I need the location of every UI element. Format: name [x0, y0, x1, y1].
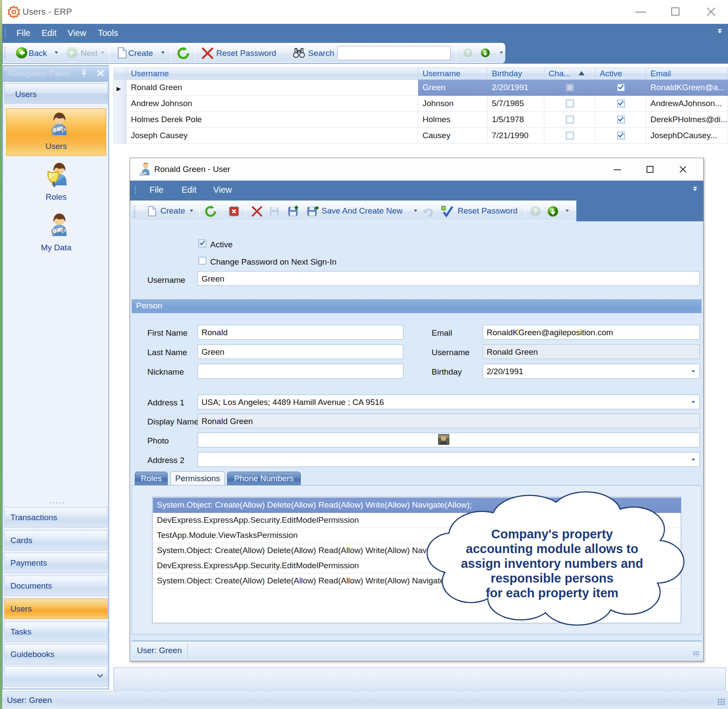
- svg-text:responsible persons: responsible persons: [491, 571, 614, 585]
- svg-text:assign inventory numbers and: assign inventory numbers and: [461, 557, 644, 570]
- svg-text:accounting module allows to: accounting module allows to: [466, 542, 638, 556]
- svg-text:for each property item: for each property item: [486, 586, 618, 600]
- svg-text:Company's property: Company's property: [491, 527, 613, 541]
